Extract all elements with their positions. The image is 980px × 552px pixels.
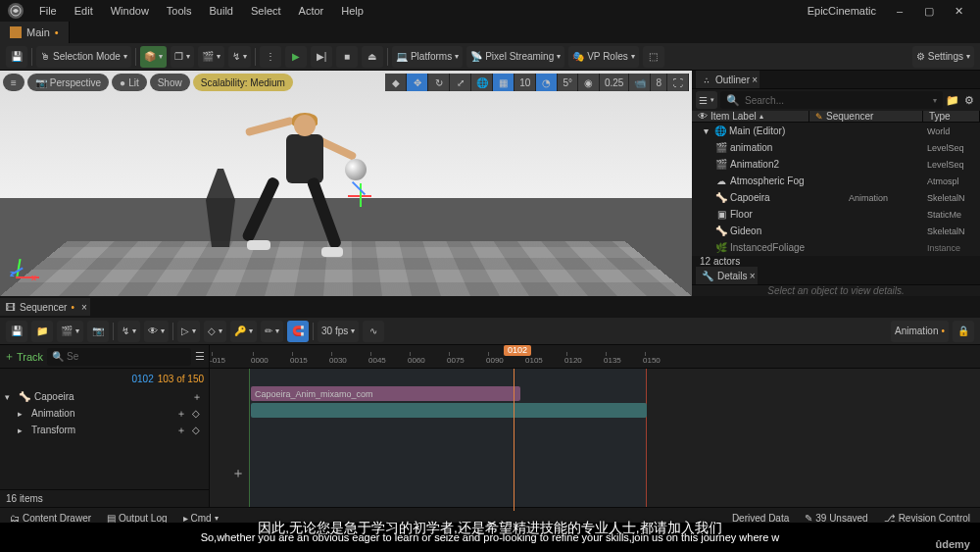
camera-speed-value[interactable]: 8 — [651, 74, 667, 91]
select-mode-icon[interactable]: ◆ — [385, 74, 407, 91]
viewport-maximize-icon[interactable]: ⛶ — [667, 74, 689, 91]
perspective-button[interactable]: 📷 Perspective — [27, 74, 109, 91]
scalability-badge[interactable]: Scalability: Medium — [193, 74, 293, 91]
angle-snap-icon[interactable]: ◔ — [536, 74, 558, 91]
seq-snap-button[interactable]: 🧲 — [287, 321, 309, 342]
translate-mode-icon[interactable]: ✥ — [407, 74, 428, 91]
grid-snap-icon[interactable]: ▦ — [493, 74, 514, 91]
outliner-search-input[interactable]: 🔍Search...▾ — [720, 91, 943, 109]
seq-playback-button[interactable]: ▷▾ — [177, 321, 200, 342]
close-icon[interactable]: × — [752, 75, 758, 85]
seq-actions-button[interactable]: ↯▾ — [118, 321, 140, 342]
seq-save-button[interactable]: 💾 — [6, 321, 27, 342]
track-row-animation[interactable]: ▸Animation＋◇ — [0, 405, 209, 422]
vp-roles-button[interactable]: 🎭 VP Roles ▾ — [568, 46, 639, 68]
blueprint-button[interactable]: ❐▾ — [171, 46, 194, 68]
folder-new-icon[interactable]: 📁 — [946, 94, 959, 107]
seq-key-button[interactable]: ◇▾ — [204, 321, 226, 342]
play-button[interactable]: ▶ — [285, 46, 307, 68]
seq-breadcrumb[interactable]: Animation• — [891, 321, 949, 342]
lit-mode-button[interactable]: ● Lit — [112, 74, 147, 91]
save-button[interactable]: 💾 — [6, 46, 27, 68]
playhead-label[interactable]: 0102 — [504, 345, 531, 356]
seq-edit-button[interactable]: ✏▾ — [261, 321, 283, 342]
sequencer-timeline[interactable]: 0102 -015 0000 0015 0030 0045 0060 0075 … — [210, 345, 980, 528]
selection-mode-button[interactable]: 🖱 Selection Mode ▾ — [36, 46, 131, 68]
scale-snap-value[interactable]: 0.25 — [600, 74, 629, 91]
world-local-icon[interactable]: 🌐 — [471, 74, 493, 91]
viewport[interactable]: ≡ 📷 Perspective ● Lit Show Scalability: … — [0, 71, 692, 296]
show-button[interactable]: Show — [150, 74, 190, 91]
filter-button[interactable]: ☰▾ — [696, 91, 717, 109]
tree-row[interactable]: 🎬Animation2LevelSeq — [692, 156, 980, 173]
seq-browse-button[interactable]: 📁 — [31, 321, 53, 342]
pixel-streaming-button[interactable]: 📡 Pixel Streaming ▾ — [466, 46, 564, 68]
tree-row[interactable]: 🌿InstancedFoliageInstance — [692, 239, 980, 256]
grid-snap-value[interactable]: 10 — [514, 74, 536, 91]
angle-snap-value[interactable]: 5° — [558, 74, 578, 91]
camera-speed-icon[interactable]: 📹 — [629, 74, 651, 91]
tree-row[interactable]: ☁Atmospheric FogAtmospl — [692, 173, 980, 189]
track-row-capoeira[interactable]: ▾🦴Capoeira＋ — [0, 388, 209, 405]
add-content-button[interactable]: 📦▾ — [140, 46, 167, 68]
close-icon[interactable]: × — [750, 271, 756, 281]
filter-icon[interactable]: ☰ — [195, 350, 205, 363]
add-track-button[interactable]: ＋ Track — [4, 349, 43, 364]
add-icon[interactable]: ＋ — [176, 407, 188, 421]
scale-mode-icon[interactable]: ⤢ — [450, 74, 471, 91]
col-sequencer[interactable]: ✎ Sequencer — [809, 111, 923, 122]
col-item-label[interactable]: 👁 Item Label ▴ — [692, 111, 809, 122]
track-search-input[interactable]: 🔍 Se — [47, 348, 191, 366]
window-maximize-icon[interactable]: ▢ — [915, 2, 943, 20]
menu-actor[interactable]: Actor — [291, 3, 332, 19]
eject-button[interactable]: ⏏ — [362, 46, 383, 68]
menu-tools[interactable]: Tools — [159, 3, 200, 19]
animation-clip[interactable]: Capoeira_Anim_mixamo_com — [251, 386, 520, 401]
key-icon[interactable]: ◇ — [192, 408, 204, 419]
menu-edit[interactable]: Edit — [67, 3, 101, 19]
track-row-transform[interactable]: ▸Transform＋◇ — [0, 422, 209, 438]
scale-snap-icon[interactable]: ◉ — [578, 74, 600, 91]
menu-select[interactable]: Select — [243, 3, 289, 19]
transform-clip[interactable] — [251, 403, 647, 418]
seq-render-button[interactable]: 🎬▾ — [57, 321, 83, 342]
seq-lock-button[interactable]: 🔒 — [953, 321, 974, 342]
window-minimize-icon[interactable]: – — [886, 2, 913, 20]
add-icon[interactable]: ＋ — [176, 424, 188, 437]
timeline-ruler[interactable]: -015 0000 0015 0030 0045 0060 0075 0090 … — [210, 345, 980, 368]
window-close-icon[interactable]: ✕ — [945, 2, 972, 20]
menu-window[interactable]: Window — [103, 3, 157, 19]
menu-file[interactable]: File — [31, 3, 65, 19]
key-icon[interactable]: ◇ — [192, 425, 204, 435]
seq-view-button[interactable]: 👁▾ — [144, 321, 169, 342]
menu-build[interactable]: Build — [202, 3, 241, 19]
col-type[interactable]: Type — [923, 111, 980, 122]
tree-row[interactable]: 🦴GideonSkeletalN — [692, 223, 980, 239]
menu-help[interactable]: Help — [333, 3, 371, 19]
tree-row-world[interactable]: ▾🌐Main (Editor)World — [692, 123, 980, 139]
tab-details[interactable]: 🔧Details× — [696, 267, 758, 284]
platforms-button[interactable]: 💻 Platforms ▾ — [392, 46, 463, 68]
tree-row[interactable]: 🎬animationLevelSeq — [692, 139, 980, 156]
tree-row[interactable]: 🦴CapoeiraAnimationSkeletalN — [692, 189, 980, 206]
tab-sequencer[interactable]: 🎞Sequencer•× — [0, 298, 90, 316]
stop-button[interactable]: ■ — [336, 46, 358, 68]
settings-button[interactable]: ⚙ Settings ▾ — [912, 46, 974, 68]
rotate-mode-icon[interactable]: ↻ — [428, 74, 450, 91]
seq-curve-button[interactable]: ∿ — [363, 321, 384, 342]
seq-autokey-button[interactable]: 🔑▾ — [230, 321, 257, 342]
playback-options-button[interactable]: ⋮ — [260, 46, 281, 68]
tab-outliner[interactable]: ⛬Outliner× — [696, 71, 760, 88]
tree-row[interactable]: ▣FloorStaticMe — [692, 206, 980, 223]
add-icon[interactable]: ＋ — [192, 390, 204, 404]
seq-camera-button[interactable]: 📷 — [87, 321, 109, 342]
seq-fps-button[interactable]: 30 fps ▾ — [318, 321, 359, 342]
close-icon[interactable]: × — [81, 302, 87, 313]
skip-button[interactable]: ▶| — [311, 46, 332, 68]
viewport-options-button[interactable]: ≡ — [3, 74, 24, 91]
gear-icon[interactable]: ⚙ — [962, 94, 976, 107]
tool-extra-button[interactable]: ⬚ — [643, 46, 664, 68]
cinematics-button[interactable]: 🎬▾ — [198, 46, 224, 68]
tab-main[interactable]: Main• — [0, 22, 70, 43]
play-options-button[interactable]: ↯▾ — [228, 46, 251, 68]
